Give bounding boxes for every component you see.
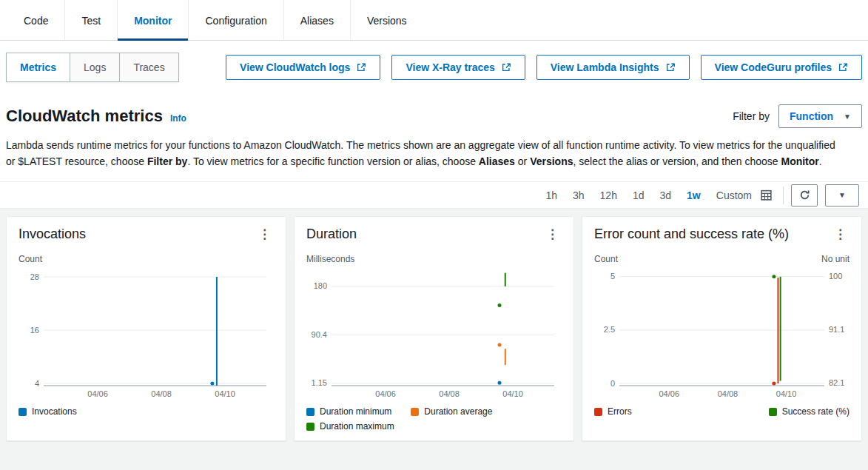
svg-text:04/06: 04/06	[87, 389, 108, 398]
tab-configuration[interactable]: Configuration	[188, 0, 283, 40]
svg-text:04/10: 04/10	[502, 389, 523, 398]
y-axis-label: Count	[594, 254, 618, 264]
info-link[interactable]: Info	[170, 113, 186, 124]
subtab-logs[interactable]: Logs	[70, 53, 120, 82]
refresh-options-dropdown[interactable]: ▼	[825, 184, 859, 207]
svg-text:1.15: 1.15	[312, 378, 327, 387]
legend-item[interactable]: Errors	[594, 406, 632, 417]
tab-monitor[interactable]: Monitor	[117, 0, 188, 40]
legend-item[interactable]: Invocations	[18, 406, 77, 417]
kebab-menu-icon[interactable]: ⋮	[831, 226, 850, 242]
calendar-icon[interactable]	[760, 189, 773, 201]
legend-label: Duration average	[424, 406, 492, 417]
chart-card-invocations: Invocations ⋮ Count 2816404/0604/0804/10…	[6, 216, 286, 441]
svg-text:91.1: 91.1	[829, 325, 844, 334]
svg-text:04/06: 04/06	[375, 389, 396, 398]
legend-item[interactable]: Duration minimum	[306, 406, 391, 417]
svg-text:04/08: 04/08	[151, 389, 172, 398]
svg-text:4: 4	[35, 379, 39, 388]
svg-text:5: 5	[610, 272, 615, 281]
external-link-icon	[838, 62, 848, 73]
metrics-panel: 1h 3h 12h 1d 3d 1w Custom ▼	[0, 181, 868, 470]
legend-swatch	[594, 408, 602, 416]
legend-swatch	[411, 408, 419, 416]
legend-label: Duration maximum	[320, 421, 394, 432]
svg-text:100: 100	[829, 272, 842, 281]
range-1d[interactable]: 1d	[633, 189, 645, 201]
refresh-button[interactable]	[791, 184, 818, 207]
range-1w[interactable]: 1w	[687, 189, 701, 201]
chart-title: Error count and success rate (%)	[594, 226, 789, 242]
svg-text:180: 180	[314, 281, 327, 290]
filter-value: Function	[790, 110, 833, 122]
tab-aliases[interactable]: Aliases	[283, 0, 350, 40]
range-3d[interactable]: 3d	[660, 189, 672, 201]
view-codeguru-profiles-button[interactable]: View CodeGuru profiles	[701, 55, 862, 80]
tab-test[interactable]: Test	[64, 0, 117, 40]
chart-title: Duration	[306, 226, 357, 242]
function-tabs: Code Test Monitor Configuration Aliases …	[0, 0, 868, 41]
view-lambda-insights-button[interactable]: View Lambda Insights	[536, 55, 690, 80]
toolbar-divider	[783, 187, 784, 204]
svg-text:04/10: 04/10	[776, 389, 797, 398]
legend-label: Invocations	[32, 406, 77, 417]
chevron-down-icon: ▼	[838, 191, 846, 199]
legend-swatch	[18, 408, 27, 416]
filter-controls: Filter by Function ▼	[733, 104, 862, 128]
svg-text:2.5: 2.5	[604, 325, 615, 334]
legend-item[interactable]: Duration maximum	[306, 421, 394, 432]
duration-chart: 18090.41.1504/0604/0804/10	[306, 266, 562, 400]
external-actions: View CloudWatch logs View X-Ray traces V…	[226, 55, 862, 80]
svg-text:28: 28	[30, 272, 39, 281]
y-axis-label: Count	[18, 254, 42, 264]
error-success-chart: 52.5010091.182.104/0604/0804/10	[594, 266, 850, 400]
time-range-toolbar: 1h 3h 12h 1d 3d 1w Custom ▼	[0, 181, 868, 209]
lambda-monitor-page: Code Test Monitor Configuration Aliases …	[0, 0, 868, 470]
button-label: View Lambda Insights	[551, 61, 659, 73]
svg-text:90.4: 90.4	[312, 330, 327, 339]
button-label: View CloudWatch logs	[240, 61, 350, 73]
description: Lambda sends runtime metrics for your fu…	[0, 128, 868, 169]
svg-text:04/06: 04/06	[659, 389, 680, 398]
chart-legend: Duration minimumDuration averageDuration…	[306, 406, 562, 432]
legend-swatch	[306, 408, 314, 416]
chart-legend: Invocations	[18, 406, 274, 417]
subtab-metrics[interactable]: Metrics	[6, 53, 70, 82]
refresh-icon	[799, 189, 810, 201]
chart-legend: ErrorsSuccess rate (%)	[594, 406, 850, 417]
button-label: View CodeGuru profiles	[715, 61, 832, 73]
view-cloudwatch-logs-button[interactable]: View CloudWatch logs	[226, 55, 380, 80]
legend-label: Errors	[608, 406, 632, 417]
y-axis-label-right: No unit	[821, 254, 850, 264]
legend-swatch	[306, 423, 314, 431]
external-link-icon	[665, 62, 676, 73]
page-title: CloudWatch metrics	[6, 107, 163, 126]
external-link-icon	[501, 62, 511, 73]
subtab-traces[interactable]: Traces	[119, 53, 178, 82]
chart-title: Invocations	[18, 226, 86, 242]
range-3h[interactable]: 3h	[573, 189, 585, 201]
page-header: CloudWatch metrics Info Filter by Functi…	[0, 82, 868, 128]
tab-versions[interactable]: Versions	[350, 0, 423, 40]
chart-card-duration: Duration ⋮ Milliseconds 18090.41.1504/06…	[294, 216, 574, 441]
range-1h[interactable]: 1h	[545, 189, 557, 201]
legend-item[interactable]: Success rate (%)	[769, 406, 850, 417]
legend-item[interactable]: Duration average	[411, 406, 492, 417]
kebab-menu-icon[interactable]: ⋮	[543, 226, 562, 242]
legend-label: Duration minimum	[320, 406, 391, 417]
svg-text:04/08: 04/08	[439, 389, 460, 398]
filter-by-label: Filter by	[733, 110, 770, 122]
svg-text:16: 16	[30, 326, 39, 335]
metrics-subtabs: Metrics Logs Traces	[6, 53, 179, 82]
range-custom[interactable]: Custom	[716, 189, 752, 201]
view-xray-traces-button[interactable]: View X-Ray traces	[391, 55, 525, 80]
legend-swatch	[769, 408, 777, 416]
monitor-toolbar-row: Metrics Logs Traces View CloudWatch logs…	[0, 41, 868, 82]
chevron-down-icon: ▼	[844, 113, 851, 121]
tab-code[interactable]: Code	[7, 0, 64, 40]
function-filter-dropdown[interactable]: Function ▼	[778, 104, 862, 128]
legend-label: Success rate (%)	[782, 406, 850, 417]
chart-cards: Invocations ⋮ Count 2816404/0604/0804/10…	[0, 209, 868, 451]
range-12h[interactable]: 12h	[600, 189, 617, 201]
kebab-menu-icon[interactable]: ⋮	[255, 226, 274, 242]
